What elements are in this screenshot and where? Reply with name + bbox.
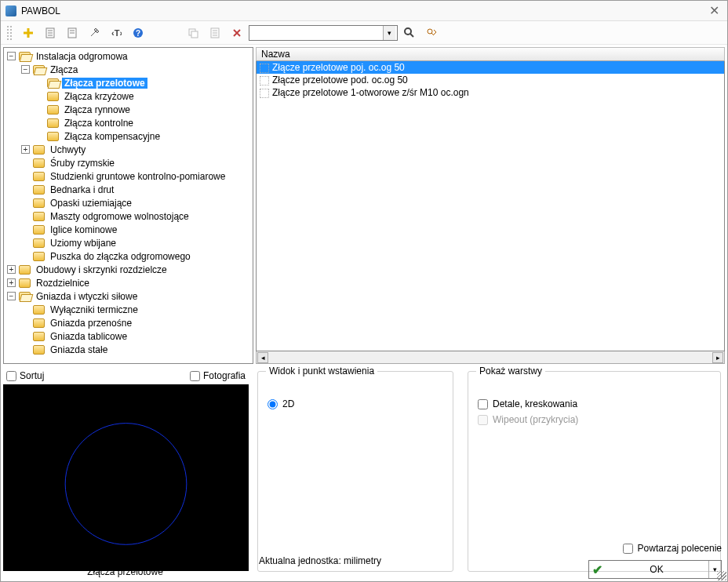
expand-icon[interactable]: + — [7, 278, 16, 287]
tree-item-label: Złącza krzyżowe — [62, 91, 136, 102]
resize-grip[interactable] — [717, 571, 726, 580]
tree-item-label: Rozdzielnice — [34, 278, 92, 289]
tree-item[interactable]: Studzienki gruntowe kontrolno-pomiarowe — [4, 169, 253, 183]
page-button[interactable] — [40, 24, 60, 42]
folder-icon — [33, 65, 45, 75]
window-title: PAWBOL — [21, 5, 60, 16]
tree-item[interactable]: Puszka do złączka odgromowego — [4, 249, 253, 263]
text-button[interactable]: ‹T› — [106, 24, 126, 42]
tree-item[interactable]: Opaski uziemiające — [4, 196, 253, 209]
tree-pane[interactable]: −Instalacja odgromowa−ZłączaZłącza przel… — [3, 47, 253, 364]
tree-item[interactable]: −Gniazda i wtyczki siłowe — [4, 289, 253, 303]
twisty-blank — [21, 318, 30, 327]
scroll-right-icon[interactable]: ▸ — [712, 352, 723, 363]
list-row[interactable]: Złącze przelotowe poj. oc.og 50 — [257, 61, 724, 74]
close-button[interactable]: ✕ — [706, 3, 723, 18]
list-row[interactable]: Złącze przelotowe 1-otworowe z/śr M10 oc… — [257, 86, 724, 99]
delete-button[interactable] — [227, 24, 247, 42]
copy-button[interactable] — [183, 24, 203, 42]
tree-item[interactable]: Iglice kominowe — [4, 223, 253, 236]
folder-icon — [47, 118, 59, 128]
tree-item-label: Złącza kompensacyjne — [62, 131, 162, 142]
toolbar-grip — [7, 26, 12, 40]
list-body[interactable]: Złącze przelotowe poj. oc.og 50Złącze pr… — [256, 61, 725, 351]
repeat-checkbox[interactable]: Powtarzaj polecenie — [623, 543, 722, 554]
tree-item-label: Bednarka i drut — [48, 184, 116, 195]
tree-item[interactable]: Gniazda przenośne — [4, 316, 253, 329]
search-button[interactable] — [399, 24, 420, 42]
twisty-blank — [21, 252, 30, 260]
list-header[interactable]: Nazwa — [256, 47, 725, 61]
tree-item[interactable]: Złącza kontrolne — [4, 116, 253, 129]
toolbar: ‹T› ? ▾ — [1, 21, 727, 45]
unit-label: Aktualna jednostka: milimetry — [259, 555, 381, 566]
collapse-icon[interactable]: − — [7, 52, 16, 60]
twisty-blank — [21, 198, 30, 207]
twisty-blank — [35, 132, 44, 140]
radio-2d[interactable]: 2D — [268, 398, 443, 409]
svg-point-8 — [405, 28, 411, 35]
tree-item[interactable]: Wyłączniki termiczne — [4, 303, 253, 316]
app-icon — [5, 5, 16, 16]
list-row[interactable]: Złącze przelotowe pod. oc.og 50 — [257, 74, 724, 86]
twisty-blank — [21, 212, 30, 220]
folder-icon — [33, 238, 45, 248]
tools-button[interactable] — [84, 24, 104, 42]
search-dropdown-icon[interactable]: ▾ — [383, 26, 395, 40]
page2-button[interactable] — [62, 24, 82, 42]
twisty-blank — [21, 158, 30, 167]
tree-item[interactable]: +Obudowy i skrzynki rozdzielcze — [4, 263, 253, 276]
collapse-icon[interactable]: − — [21, 65, 30, 74]
view-fieldset: Widok i punkt wstawienia 2D — [257, 371, 453, 572]
folder-icon — [19, 292, 31, 301]
tree-item[interactable]: Złącza przelotowe — [4, 76, 253, 89]
twisty-blank — [21, 185, 30, 194]
svg-text:‹T›: ‹T› — [111, 28, 122, 38]
photo-checkbox[interactable]: Fotografia — [190, 370, 246, 381]
tree-item[interactable]: +Rozdzielnice — [4, 276, 253, 289]
new-button[interactable] — [18, 24, 38, 42]
tree-item[interactable]: Bednarka i drut — [4, 183, 253, 196]
tree-item[interactable]: Śruby rzymskie — [4, 156, 253, 169]
tree-item-label: Uziomy wbijane — [48, 238, 118, 249]
twisty-blank — [35, 105, 44, 114]
props-button[interactable] — [205, 24, 225, 42]
tree-item[interactable]: −Złącza — [4, 63, 253, 76]
tree-item[interactable]: Złącza kompensacyjne — [4, 129, 253, 143]
tree-item-label: Studzienki gruntowe kontrolno-pomiarowe — [48, 171, 228, 182]
tree-item[interactable]: Złącza rynnowe — [4, 103, 253, 116]
expand-icon[interactable]: + — [7, 265, 16, 274]
tree-item-label: Opaski uziemiające — [48, 198, 134, 209]
ok-button[interactable]: ✔ OK ▾ — [588, 560, 722, 579]
scroll-left-icon[interactable]: ◂ — [257, 352, 268, 363]
folder-icon — [47, 105, 59, 115]
tree-item[interactable]: +Uchwyty — [4, 143, 253, 156]
sort-checkbox[interactable]: Sortuj — [6, 370, 44, 381]
tree-item-label: Maszty odgromowe wolnostojące — [48, 211, 191, 222]
collapse-icon[interactable]: − — [7, 292, 16, 300]
tree-item-label: Gniazda tablicowe — [48, 331, 129, 342]
layers-legend: Pokaż warstwy — [476, 366, 545, 376]
details-checkbox[interactable]: Detale, kreskowania — [478, 398, 711, 409]
tree-item-label: Śruby rzymskie — [48, 158, 117, 169]
tree-item[interactable]: Gniazda tablicowe — [4, 329, 253, 343]
folder-icon — [33, 318, 45, 328]
tree-item[interactable]: Gniazda stałe — [4, 343, 253, 356]
search-input[interactable] — [249, 26, 383, 40]
tree-item-label: Instalacja odgromowa — [34, 51, 130, 62]
tree-item[interactable]: −Instalacja odgromowa — [4, 49, 253, 63]
tree-item[interactable]: Uziomy wbijane — [4, 236, 253, 249]
tree-item[interactable]: Złącza krzyżowe — [4, 89, 253, 103]
twisty-blank — [21, 345, 30, 354]
list-scrollbar[interactable]: ◂ ▸ — [256, 351, 725, 364]
twisty-blank — [21, 332, 30, 340]
help-button[interactable]: ? — [128, 24, 148, 42]
check-icon: ✔ — [589, 562, 605, 577]
find-var-button[interactable] — [421, 24, 442, 42]
expand-icon[interactable]: + — [21, 145, 30, 154]
search-combo[interactable]: ▾ — [249, 25, 398, 41]
tree-item[interactable]: Maszty odgromowe wolnostojące — [4, 209, 253, 223]
twisty-blank — [35, 78, 44, 87]
twisty-blank — [35, 92, 44, 100]
folder-icon — [33, 185, 45, 195]
